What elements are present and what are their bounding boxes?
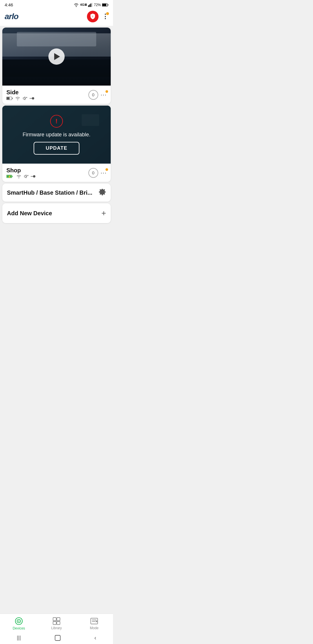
camera-info-shop: Shop ⚡ (2, 164, 111, 182)
cam-label-row-side: Side (6, 89, 88, 100)
motion-icon-shop (31, 174, 37, 178)
scene-building (17, 32, 96, 46)
camera-thumbnail-side[interactable] (2, 28, 111, 86)
camera-icons-row-side (6, 96, 88, 100)
camera-more-shop[interactable]: ··· (101, 169, 107, 177)
svg-rect-5 (102, 4, 106, 6)
camera-info-side: Side (2, 86, 111, 104)
firmware-overlay: ! Firmware update is available. UPDATE (2, 106, 111, 164)
add-device-card[interactable]: Add New Device + (2, 203, 111, 223)
svg-rect-2 (90, 3, 91, 7)
svg-point-14 (32, 97, 34, 100)
firmware-warning-icon: ! (50, 115, 63, 128)
cam-label-row-shop: Shop ⚡ (6, 167, 88, 178)
wifi-icon-side (15, 97, 20, 100)
speaker-icon-shop (24, 174, 28, 178)
plus-icon: + (101, 209, 106, 218)
status-time: 4:46 (5, 2, 13, 7)
camera-name-side: Side (6, 89, 88, 96)
status-bar: 4:46 4G≣ 72% (0, 0, 113, 8)
svg-rect-1 (89, 4, 90, 7)
svg-rect-10 (12, 98, 13, 99)
network-type: 4G≣ (80, 3, 87, 7)
more-options-button[interactable]: ⋮ (102, 13, 108, 20)
wifi-icon-shop (16, 175, 21, 178)
camera-thumbnail-shop[interactable]: ! Firmware update is available. UPDATE (2, 106, 111, 164)
svg-rect-6 (108, 4, 108, 6)
svg-rect-0 (88, 5, 89, 7)
camera-card-side: Side (2, 28, 111, 104)
smarthub-card[interactable]: SmartHub / Base Station / Bri... (2, 184, 111, 202)
battery-charging-icon-shop: ⚡ (6, 175, 14, 178)
firmware-message: Firmware update is available. (23, 132, 90, 138)
top-nav: arlo ! ⋮ (0, 8, 113, 26)
alert-dot-side (105, 90, 108, 93)
svg-rect-9 (7, 97, 10, 100)
smarthub-label: SmartHub / Base Station / Bri... (7, 189, 92, 196)
battery-icon (102, 3, 108, 7)
exclamation-mark: ! (55, 118, 57, 124)
play-button[interactable] (48, 48, 65, 65)
camera-more-side[interactable]: ··· (101, 91, 107, 99)
notification-dot (106, 12, 109, 15)
play-icon (54, 53, 60, 60)
motion-icon-side (30, 96, 35, 100)
status-icons: 4G≣ 72% (74, 3, 108, 7)
clip-count-shop: 0 (88, 168, 98, 178)
clip-count-side: 0 (88, 90, 98, 100)
alert-dot-shop (105, 168, 108, 171)
shield-icon: ! (90, 13, 96, 20)
add-device-label: Add New Device (7, 210, 52, 217)
alert-shield-button[interactable]: ! (87, 11, 99, 22)
settings-gear-icon (99, 189, 106, 196)
svg-rect-17 (12, 176, 13, 177)
speaker-icon-side (23, 96, 27, 100)
update-firmware-button[interactable]: UPDATE (34, 142, 80, 155)
wifi-status-icon (74, 3, 79, 7)
svg-text:⚡: ⚡ (8, 175, 11, 178)
signal-icon (88, 3, 93, 7)
scroll-content: Side (0, 28, 113, 254)
camera-name-shop: Shop (6, 167, 88, 174)
svg-text:!: ! (92, 15, 93, 18)
arlo-logo: arlo (5, 12, 18, 21)
nav-icons: ! ⋮ (87, 11, 108, 22)
svg-point-22 (33, 175, 35, 178)
battery-icon-side (6, 97, 13, 100)
svg-rect-3 (92, 3, 92, 7)
camera-icons-row-shop: ⚡ (6, 174, 88, 178)
camera-card-shop: ! Firmware update is available. UPDATE S… (2, 106, 111, 182)
battery-level: 72% (94, 3, 101, 7)
